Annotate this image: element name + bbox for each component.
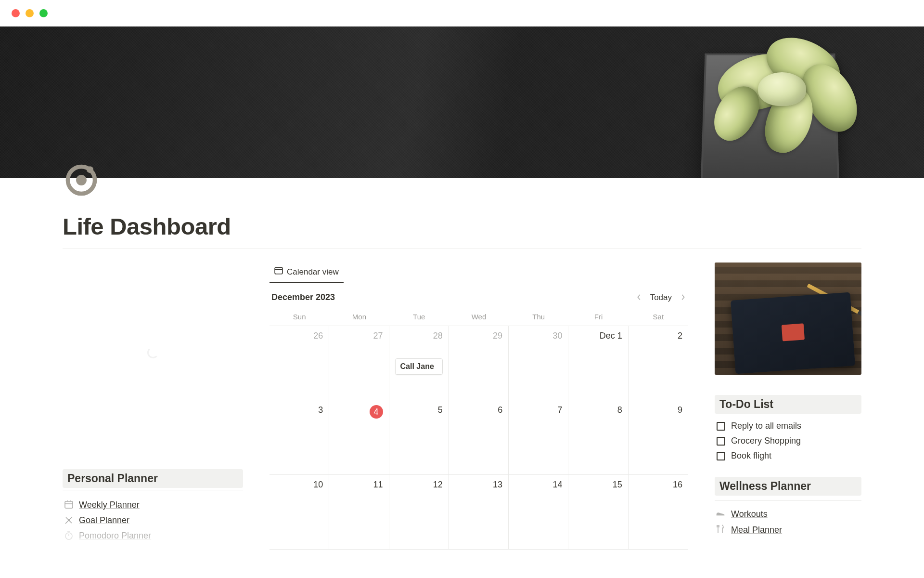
maximize-window-button[interactable] (39, 9, 48, 17)
cover-image[interactable] (0, 26, 924, 178)
calendar-day-cell[interactable]: 13 (449, 475, 509, 550)
todo-list-heading[interactable]: To-Do List (715, 395, 861, 414)
calendar-event[interactable]: Call Jane (395, 358, 443, 375)
link-label: Pomodoro Planner (79, 531, 151, 541)
calendar-day-cell[interactable]: 16 (629, 475, 688, 550)
calendar-day-cell[interactable]: 10 (270, 475, 329, 550)
checkbox[interactable] (717, 437, 725, 446)
calendar-month-label[interactable]: December 2023 (271, 292, 335, 302)
calendar-day-cell[interactable]: 29 (449, 326, 509, 400)
personal-planner-heading[interactable]: Personal Planner (63, 469, 243, 488)
calendar-day-cell[interactable]: 26 (270, 326, 329, 400)
calendar-day-cell[interactable]: 11 (329, 475, 389, 550)
minimize-window-button[interactable] (26, 9, 34, 17)
divider (63, 249, 861, 249)
day-number: 6 (455, 405, 502, 415)
day-of-week-label: Thu (509, 310, 568, 326)
page-title[interactable]: Life Dashboard (63, 213, 861, 240)
svg-rect-3 (65, 501, 73, 508)
day-number: 9 (634, 405, 682, 415)
day-number: 13 (455, 480, 502, 490)
divider (63, 490, 243, 490)
day-number: 11 (335, 480, 383, 490)
day-number: 29 (455, 331, 502, 341)
calendar-week-icon (64, 499, 74, 510)
calendar-icon (274, 266, 283, 277)
page-icon[interactable] (63, 161, 100, 199)
notebook-image[interactable] (715, 263, 861, 375)
checkbox[interactable] (717, 422, 725, 431)
day-number: 8 (574, 405, 622, 415)
calendar-day-cell[interactable]: 14 (509, 475, 568, 550)
day-number: 28 (395, 331, 443, 341)
today-indicator: 4 (370, 405, 383, 419)
svg-point-7 (68, 519, 70, 521)
next-month-button[interactable] (680, 292, 686, 303)
day-number: 7 (514, 405, 562, 415)
calendar-day-cell[interactable]: 28Call Jane (389, 326, 449, 400)
day-of-week-label: Wed (449, 310, 509, 326)
timer-icon (64, 530, 74, 541)
day-number: 10 (275, 480, 323, 490)
window-chrome (0, 0, 924, 26)
link-label: Goal Planner (79, 515, 129, 525)
shoe-icon (716, 509, 726, 519)
svg-rect-11 (275, 267, 282, 274)
wellness-planner-heading[interactable]: Wellness Planner (715, 477, 861, 496)
calendar-day-cell[interactable]: 15 (568, 475, 628, 550)
utensils-icon (716, 524, 726, 536)
planner-link-goal-planner[interactable]: Goal Planner (63, 512, 243, 528)
day-number: 2 (634, 331, 682, 341)
loading-spinner-icon (147, 347, 159, 358)
day-number: 16 (634, 480, 682, 490)
day-number: 12 (395, 480, 443, 490)
checkbox[interactable] (717, 452, 725, 460)
todo-item[interactable]: Reply to all emails (715, 419, 861, 434)
svg-point-2 (87, 166, 93, 173)
day-number: 3 (275, 405, 323, 415)
today-button[interactable]: Today (650, 293, 672, 302)
database-view-tabs: Calendar view (270, 263, 688, 283)
calendar-day-cell[interactable]: 6 (449, 400, 509, 475)
todo-label: Book flight (731, 451, 771, 461)
target-icon (64, 515, 74, 525)
day-number: 26 (275, 331, 323, 341)
day-number: Dec 1 (600, 331, 622, 341)
divider (715, 500, 861, 501)
day-of-week-label: Sat (629, 310, 688, 326)
day-number: 27 (335, 331, 383, 341)
calendar-day-cell[interactable]: 5 (389, 400, 449, 475)
planner-link-pomodoro-planner[interactable]: Pomodoro Planner (63, 528, 243, 543)
prev-month-button[interactable] (636, 292, 642, 303)
wellness-link-workouts[interactable]: Workouts (715, 507, 861, 522)
day-of-week-label: Sun (270, 310, 329, 326)
tab-calendar-view[interactable]: Calendar view (270, 263, 344, 283)
day-number: 14 (514, 480, 562, 490)
calendar-day-cell[interactable]: 4 (329, 400, 389, 475)
calendar-day-cell[interactable]: 30 (509, 326, 568, 400)
link-label: Weekly Planner (79, 500, 140, 510)
close-window-button[interactable] (12, 9, 20, 17)
tab-label: Calendar view (287, 267, 339, 277)
calendar-day-cell[interactable]: 9 (629, 400, 688, 475)
calendar-day-cell[interactable]: 27 (329, 326, 389, 400)
calendar-day-cell[interactable]: 12 (389, 475, 449, 550)
wellness-link-meal-planner[interactable]: Meal Planner (715, 522, 861, 539)
day-of-week-label: Mon (329, 310, 389, 326)
planner-link-weekly-planner[interactable]: Weekly Planner (63, 497, 243, 512)
todo-label: Reply to all emails (731, 421, 801, 431)
day-of-week-label: Tue (389, 310, 449, 326)
todo-label: Grocery Shopping (731, 436, 801, 446)
svg-point-1 (76, 175, 87, 185)
calendar-day-cell[interactable]: Dec 1 (568, 326, 628, 400)
calendar-day-cell[interactable]: 7 (509, 400, 568, 475)
calendar-day-cell[interactable]: 3 (270, 400, 329, 475)
todo-item[interactable]: Book flight (715, 448, 861, 463)
calendar-day-cell[interactable]: 2 (629, 326, 688, 400)
link-label: Workouts (731, 509, 768, 519)
todo-item[interactable]: Grocery Shopping (715, 434, 861, 448)
day-number: 30 (514, 331, 562, 341)
link-label: Meal Planner (731, 525, 782, 535)
calendar-day-cell[interactable]: 8 (568, 400, 628, 475)
day-number: 15 (574, 480, 622, 490)
